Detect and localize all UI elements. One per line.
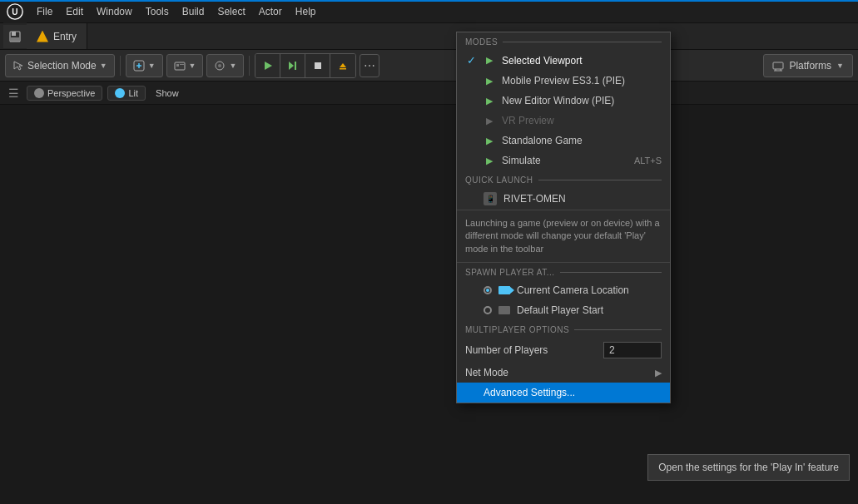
platforms-chevron: ▼ [836,62,844,70]
skip-forward-button[interactable] [280,54,305,77]
svg-point-13 [218,64,221,67]
menu-item-mobile-preview[interactable]: ▶ Mobile Preview ES3.1 (PIE) [457,71,670,91]
selection-mode-button[interactable]: Selection Mode ▼ [5,54,115,77]
svg-marker-5 [14,62,22,70]
svg-rect-4 [11,37,19,42]
svg-marker-14 [265,62,272,70]
svg-rect-16 [295,62,296,70]
menu-item-current-camera[interactable]: Current Camera Location [457,280,670,300]
modes-section-label: MODES [457,32,670,50]
add-chevron: ▼ [148,62,156,70]
menu-item-num-players: Number of Players [457,338,670,363]
more-icon: ⋯ [364,59,375,72]
viewport-active-indicator [0,0,858,2]
menu-help[interactable]: Help [289,2,323,21]
menu-item-net-mode[interactable]: Net Mode ▶ [457,363,670,383]
num-players-input[interactable] [603,342,662,358]
viewport-menu-button[interactable]: ☰ [5,85,22,101]
num-players-label: Number of Players [465,344,548,356]
menu-item-quick-launch[interactable]: 📱 RIVET-OMEN [457,188,670,210]
more-options-button[interactable]: ⋯ [360,54,379,77]
quick-launch-section-label: QUICK LAUNCH [457,170,670,188]
multiplayer-section-label: MULTIPLAYER OPTIONS [457,320,670,338]
tooltip-text: Open the settings for the 'Play In' feat… [658,462,839,473]
menu-item-vr-preview[interactable]: ▶ VR Preview [457,111,670,131]
platforms-button[interactable]: Platforms ▼ [763,54,853,77]
description-box: Launching a game (preview or on device) … [457,210,670,263]
lit-label: Lit [128,88,138,98]
play-icon-vr: ▶ [484,115,495,126]
svg-text:U: U [12,7,17,16]
radio-current-camera [484,286,492,294]
menu-item-label: Selected Viewport [502,55,583,67]
menu-tools[interactable]: Tools [139,2,176,21]
selection-mode-label: Selection Mode [27,60,97,72]
marketplace-button[interactable]: ▼ [206,54,244,77]
check-icon: ✓ [465,54,477,67]
ue-logo[interactable]: U [3,0,27,23]
separator-2 [249,56,250,76]
play-icon-new: ▶ [484,95,495,106]
play-dropdown-menu: MODES ✓ ▶ Selected Viewport ▶ Mobile Pre… [456,32,671,403]
viewport-area [0,105,858,504]
menu-item-simulate[interactable]: ▶ Simulate ALT+S [457,151,670,170]
menu-window[interactable]: Window [90,2,139,21]
net-mode-label: Net Mode [465,367,508,378]
save-button[interactable] [3,25,27,48]
advanced-settings-label: Advanced Settings... [484,387,575,398]
tab-entry[interactable]: Entry [27,23,87,49]
menu-build[interactable]: Build [176,2,211,21]
spawn-icon [498,306,510,314]
net-mode-arrow: ▶ [655,368,662,378]
eject-button[interactable] [330,54,355,77]
menu-item-advanced-settings[interactable]: Advanced Settings... [457,383,670,403]
menu-item-standalone-game[interactable]: ▶ Standalone Game [457,131,670,151]
quick-launch-device: RIVET-OMEN [503,193,566,205]
menu-item-default-player-start[interactable]: Default Player Start [457,300,670,320]
content-chevron: ▼ [189,62,196,70]
content-browser-button[interactable]: ▼ [166,54,204,77]
svg-rect-20 [773,62,783,69]
toolbar-right: Platforms ▼ [763,54,853,77]
menu-item-label: Default Player Start [517,304,603,316]
menu-item-selected-viewport[interactable]: ✓ ▶ Selected Viewport [457,50,670,71]
menu-file[interactable]: File [30,2,59,21]
play-group [255,53,356,78]
spawn-section-label: SPAWN PLAYER AT... [457,263,670,280]
quick-launch-icon: 📱 [484,192,497,205]
play-icon-sg: ▶ [484,135,495,146]
add-content-button[interactable]: ▼ [126,54,163,77]
perspective-button[interactable]: Perspective [27,86,102,101]
lit-icon [115,88,125,98]
stop-button[interactable] [305,54,330,77]
menu-item-label: Standalone Game [502,135,583,146]
description-text: Launching a game (preview or on device) … [465,218,660,254]
svg-rect-19 [340,68,346,70]
menu-item-label: Current Camera Location [517,284,629,296]
svg-rect-9 [175,62,185,70]
lit-button[interactable]: Lit [107,86,146,101]
platforms-label: Platforms [789,60,831,72]
camera-icon [498,286,510,294]
menu-item-label: Mobile Preview ES3.1 (PIE) [502,75,625,86]
svg-marker-18 [340,63,346,67]
play-icon-mp: ▶ [484,75,495,86]
show-button[interactable]: Show [151,86,184,100]
menu-item-new-editor-window[interactable]: ▶ New Editor Window (PIE) [457,91,670,111]
play-button[interactable] [255,54,280,77]
simulate-shortcut: ALT+S [634,156,662,166]
viewport-header: ☰ Perspective Lit Show [0,82,858,105]
svg-rect-10 [176,64,179,67]
perspective-label: Perspective [47,88,95,98]
menu-edit[interactable]: Edit [59,2,90,21]
svg-rect-11 [180,64,184,65]
marketplace-chevron: ▼ [229,62,236,70]
tab-entry-icon [37,31,48,42]
svg-rect-3 [12,32,16,36]
tooltip: Open the settings for the 'Play In' feat… [647,454,850,481]
menu-select[interactable]: Select [211,2,251,21]
menu-item-label: New Editor Window (PIE) [502,95,614,106]
tab-entry-label: Entry [53,31,77,42]
menu-actor[interactable]: Actor [252,2,289,21]
svg-marker-15 [289,62,294,70]
